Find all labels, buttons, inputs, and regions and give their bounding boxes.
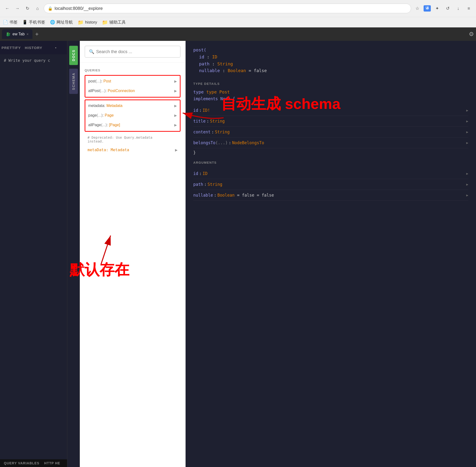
star-button[interactable]: ☆ <box>413 4 422 13</box>
bookmark-icon: 🌐 <box>50 20 55 25</box>
bookmark-label: history <box>85 20 97 25</box>
argument-id[interactable]: id:ID ▶ <box>193 168 468 179</box>
bookmark-item-shujian[interactable]: 📄 书签 <box>3 19 18 25</box>
query-item-allpost[interactable]: allPost(...): PostConnection ▶ <box>85 86 180 95</box>
bookmark-item-shouji[interactable]: 📱 手机书签 <box>22 19 45 25</box>
tab-history[interactable]: HISTORY <box>22 41 45 54</box>
chevron-right-icon: ▶ <box>466 172 468 175</box>
type-field-title[interactable]: title:String ▶ <box>193 116 468 127</box>
argument-path[interactable]: path:String ▶ <box>193 179 468 190</box>
bookmark-item-history[interactable]: 📁 history <box>78 19 97 25</box>
browser-actions: ☆ 译 ✦ ↺ ↓ ≡ <box>413 4 473 13</box>
deprecated-note: # Deprecated: Use Query.metadata instead… <box>85 134 181 145</box>
metadata-name: metaData: Metadata <box>88 148 129 152</box>
active-tab[interactable]: 🐉 ew Tab × <box>2 29 32 39</box>
history-nav-button[interactable]: ↺ <box>443 4 452 13</box>
query-item-metadata-deprecated[interactable]: metaData: Metadata ▶ <box>85 145 181 155</box>
chevron-right-icon: ▶ <box>466 119 468 123</box>
refresh-button[interactable]: ↻ <box>23 4 32 13</box>
schema-field-nullable: nullable : Boolean = false <box>193 67 468 74</box>
search-icon: 🔍 <box>89 49 94 54</box>
implements-line: implements Node { <box>193 96 468 101</box>
tab-bar: 🐉 ew Tab × + ⚙ <box>0 27 476 41</box>
editor-footer: QUERY VARIABLES HTTP HE <box>0 459 67 467</box>
bookmark-icon: 📄 <box>3 20 8 25</box>
folder-icon: 📁 <box>102 19 108 25</box>
http-headers-tab[interactable]: HTTP HE <box>44 461 60 465</box>
settings-button[interactable]: ⚙ <box>469 31 474 38</box>
bookmarks-bar: 📄 书签 📱 手机书签 🌐 网址导航 📁 history 📁 辅助工具 <box>0 17 476 27</box>
query-variables-tab[interactable]: QUERY VARIABLES <box>4 461 40 465</box>
query-name: post(...): Post <box>88 79 111 83</box>
browser-chrome: ← → ↻ ⌂ 🔒 localhost:8080/__explore ☆ 译 ✦… <box>0 0 476 27</box>
schema-field-path: path : String <box>193 61 468 67</box>
query-item-metadata[interactable]: metadata: Metadata ▶ <box>85 101 180 110</box>
schema-field-id: id : ID <box>193 54 468 61</box>
type-field-id[interactable]: id:ID! ▶ <box>193 105 468 116</box>
bookmark-label: 辅助工具 <box>109 19 126 25</box>
bookmark-label: 网址导航 <box>56 19 73 25</box>
type-field-belongsto[interactable]: belongsTo(...):NodeBelongsTo ▶ <box>193 138 468 148</box>
tab-close-button[interactable]: × <box>26 32 28 36</box>
docs-panel: 🔍 QUERIES post(...): Post ▶ allPost(...)… <box>80 41 185 467</box>
query-name: page(...): Page <box>88 113 114 117</box>
search-wrapper[interactable]: 🔍 <box>85 46 181 58</box>
tab-title: 🐉 <box>6 32 11 37</box>
chevron-right-icon: ▶ <box>466 193 468 197</box>
editor-panel: PRETTIFY HISTORY • # Write your query c … <box>0 41 67 467</box>
extension-button[interactable]: ✦ <box>433 4 441 13</box>
query-name: allPage(...): [Page] <box>88 123 120 127</box>
sidebar-tab-schema[interactable]: SCHEMA <box>69 69 78 94</box>
chevron-right-icon: ▶ <box>174 79 177 83</box>
chevron-right-icon: ▶ <box>174 89 177 93</box>
forward-button[interactable]: → <box>13 4 22 13</box>
highlighted-queries-box: post(...): Post ▶ allPost(...): PostConn… <box>85 75 181 98</box>
editor-content[interactable]: # Write your query c <box>0 54 67 459</box>
sidebar-tabs: DOCS SCHEMA <box>67 41 80 467</box>
chevron-right-icon: ▶ <box>466 182 468 186</box>
docs-content: QUERIES post(...): Post ▶ allPost(...): … <box>80 63 185 467</box>
chevron-right-icon: ▶ <box>175 148 178 152</box>
chevron-right-icon: ▶ <box>466 141 468 145</box>
chevron-right-icon: ▶ <box>174 114 177 117</box>
bookmark-item-fuzhugongju[interactable]: 📁 辅助工具 <box>102 19 126 25</box>
download-button[interactable]: ↓ <box>454 4 463 13</box>
security-icon: 🔒 <box>48 6 53 11</box>
query-item-post[interactable]: post(...): Post ▶ <box>85 77 180 86</box>
arguments-header: ARGUMENTS <box>193 161 468 164</box>
bookmark-item-wangzhi[interactable]: 🌐 网址导航 <box>50 19 73 25</box>
browser-toolbar: ← → ↻ ⌂ 🔒 localhost:8080/__explore ☆ 译 ✦… <box>0 0 476 17</box>
query-item-allpage[interactable]: allPage(...): [Page] ▶ <box>85 120 180 130</box>
bookmark-icon: 📱 <box>22 20 27 25</box>
query-name: metadata: Metadata <box>88 104 122 108</box>
folder-icon: 📁 <box>78 19 84 25</box>
queries-section-label: QUERIES <box>85 68 181 72</box>
query-item-page[interactable]: page(...): Page ▶ <box>85 111 180 120</box>
home-button[interactable]: ⌂ <box>33 4 42 13</box>
new-tab-button[interactable]: + <box>33 30 41 39</box>
translate-button[interactable]: 译 <box>423 5 431 12</box>
type-field-content[interactable]: content:String ▶ <box>193 127 468 138</box>
sidebar-tab-docs[interactable]: DOCS <box>69 46 78 65</box>
url-text: localhost:8080/__explore <box>54 6 103 11</box>
nav-buttons: ← → ↻ ⌂ <box>3 4 42 13</box>
bookmark-label: 手机书签 <box>29 19 45 25</box>
tab-label: ew Tab <box>13 32 25 36</box>
tab-dot[interactable]: • <box>45 41 67 54</box>
chevron-right-icon: ▶ <box>466 130 468 134</box>
type-details-header: TYPE DETAILS <box>193 82 468 86</box>
search-input[interactable] <box>96 49 176 54</box>
type-name-line: type type Post <box>193 90 468 94</box>
argument-nullable[interactable]: nullable:Boolean = false = false ▶ <box>193 190 468 201</box>
address-bar[interactable]: 🔒 localhost:8080/__explore <box>44 4 411 13</box>
highlighted-pages-box: metadata: Metadata ▶ page(...): Page ▶ a… <box>85 100 181 132</box>
tab-prettify[interactable]: PRETTIFY <box>0 41 22 54</box>
chevron-right-icon: ▶ <box>174 104 177 108</box>
back-button[interactable]: ← <box>3 4 12 13</box>
menu-button[interactable]: ≡ <box>464 4 473 13</box>
type-panel: post( id : ID path : String nullable : B… <box>185 41 476 467</box>
schema-display: post( id : ID path : String nullable : B… <box>193 47 468 74</box>
query-name: allPost(...): PostConnection <box>88 89 135 93</box>
editor-placeholder: # Write your query c <box>4 58 50 63</box>
chevron-right-icon: ▶ <box>466 108 468 112</box>
